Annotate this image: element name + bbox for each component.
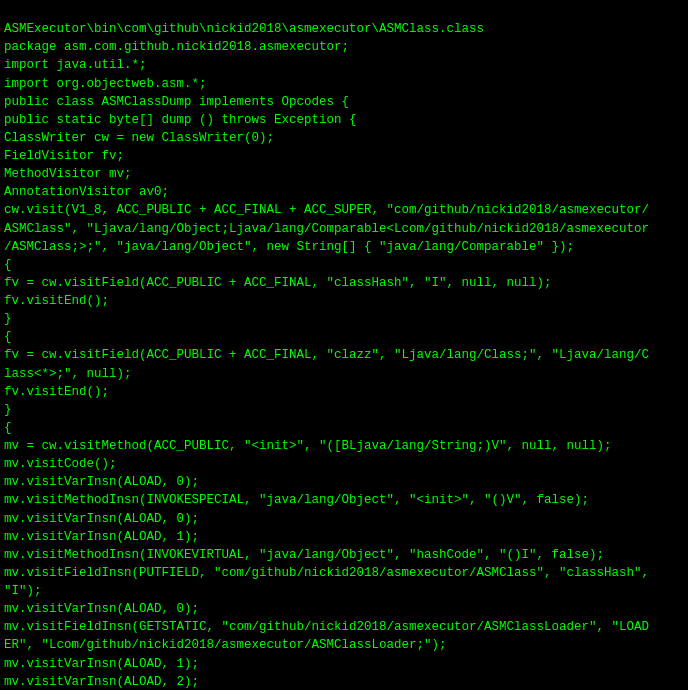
code-line: mv.visitVarInsn(ALOAD, 0); xyxy=(4,510,684,528)
code-editor: ASMExecutor\bin\com\github\nickid2018\as… xyxy=(0,0,688,690)
code-line: mv = cw.visitMethod(ACC_PUBLIC, "<init>"… xyxy=(4,437,684,455)
code-line: mv.visitCode(); xyxy=(4,455,684,473)
code-line: mv.visitVarInsn(ALOAD, 1); xyxy=(4,528,684,546)
code-line: mv.visitFieldInsn(PUTFIELD, "com/github/… xyxy=(4,564,684,582)
code-line: mv.visitVarInsn(ALOAD, 1); xyxy=(4,655,684,673)
code-line: "I"); xyxy=(4,582,684,600)
code-line: ASMExecutor\bin\com\github\nickid2018\as… xyxy=(4,20,684,38)
code-line: } xyxy=(4,401,684,419)
code-line: ClassWriter cw = new ClassWriter(0); xyxy=(4,129,684,147)
code-line: import org.objectweb.asm.*; xyxy=(4,75,684,93)
code-line: import java.util.*; xyxy=(4,56,684,74)
code-line: ER", "Lcom/github/nickid2018/asmexecutor… xyxy=(4,636,684,654)
code-line: mv.visitMethodInsn(INVOKEVIRTUAL, "java/… xyxy=(4,546,684,564)
code-line: /ASMClass;>;", "java/lang/Object", new S… xyxy=(4,238,684,256)
code-line: fv = cw.visitField(ACC_PUBLIC + ACC_FINA… xyxy=(4,346,684,364)
code-line: mv.visitVarInsn(ALOAD, 0); xyxy=(4,473,684,491)
code-line: lass<*>;", null); xyxy=(4,365,684,383)
code-line: MethodVisitor mv; xyxy=(4,165,684,183)
code-line: ASMClass", "Ljava/lang/Object;Ljava/lang… xyxy=(4,220,684,238)
code-line: { xyxy=(4,256,684,274)
code-line: fv.visitEnd(); xyxy=(4,292,684,310)
code-line: } xyxy=(4,310,684,328)
code-line: { xyxy=(4,419,684,437)
code-line: { xyxy=(4,328,684,346)
code-line: public static byte[] dump () throws Exce… xyxy=(4,111,684,129)
code-line: mv.visitFieldInsn(GETSTATIC, "com/github… xyxy=(4,618,684,636)
code-line: fv.visitEnd(); xyxy=(4,383,684,401)
code-line: cw.visit(V1_8, ACC_PUBLIC + ACC_FINAL + … xyxy=(4,201,684,219)
code-line: fv = cw.visitField(ACC_PUBLIC + ACC_FINA… xyxy=(4,274,684,292)
code-line: mv.visitVarInsn(ALOAD, 2); xyxy=(4,673,684,690)
code-line: package asm.com.github.nickid2018.asmexe… xyxy=(4,38,684,56)
code-line: mv.visitMethodInsn(INVOKESPECIAL, "java/… xyxy=(4,491,684,509)
code-line: public class ASMClassDump implements Opc… xyxy=(4,93,684,111)
code-line: mv.visitVarInsn(ALOAD, 0); xyxy=(4,600,684,618)
code-line: FieldVisitor fv; xyxy=(4,147,684,165)
code-line: AnnotationVisitor av0; xyxy=(4,183,684,201)
